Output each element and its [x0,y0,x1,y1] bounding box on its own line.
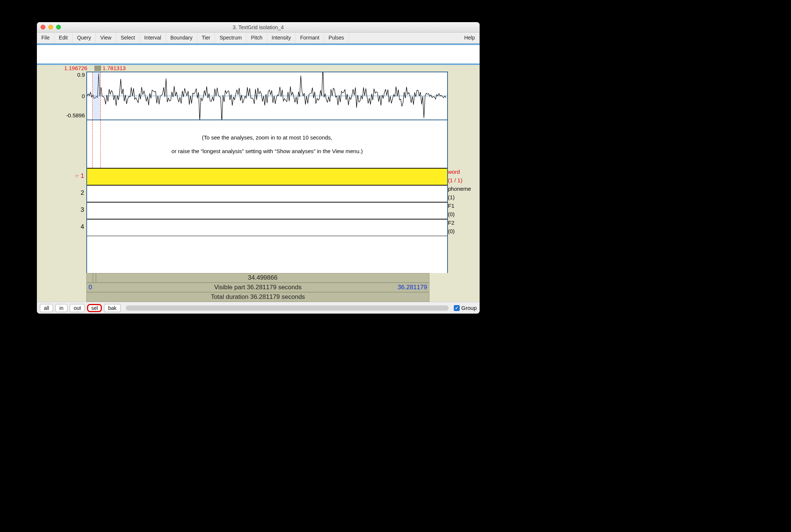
tier4-name: F2 [448,218,477,227]
tier2-name: phoneme [448,184,477,193]
analysis-pane[interactable]: (To see the analyses, zoom in to at most… [87,120,447,168]
tier3-count: (0) [448,210,477,218]
zoom-back-button[interactable]: bak [104,304,121,312]
y-zero-label: 0 [82,93,85,99]
group-checkbox[interactable]: ✓ Group [454,305,477,311]
zoom-all-button[interactable]: all [40,304,53,312]
y-min-label: -0.5896 [66,112,85,118]
tier-labels: word (1 / 1) phoneme (1) F1 (0) F2 (0) [448,72,477,273]
hand-icon: ☞ [75,173,79,179]
zoom-out-button[interactable]: out [70,304,85,312]
work-area: 1.196726 1.781313 0.9 0 -0.5896 ☞ 1 2 3 … [37,65,480,302]
waveform-pane[interactable] [87,72,447,120]
check-icon: ✓ [454,305,460,311]
menu-select[interactable]: Select [116,32,140,43]
tier-2[interactable] [87,185,447,202]
menubar: File Edit Query View Select Interval Bou… [37,32,480,44]
left-axis: 0.9 0 -0.5896 ☞ 1 2 3 4 [39,72,86,273]
tier4-count: (0) [448,227,477,235]
menu-file[interactable]: File [37,32,55,43]
selection-start-label: 1.196726 [64,65,87,71]
play-sel-button[interactable] [93,273,96,283]
menu-formant[interactable]: Formant [296,32,324,43]
menu-query[interactable]: Query [73,32,96,43]
tier-number-4[interactable]: 4 [39,218,86,235]
tier-3[interactable] [87,202,447,219]
menu-tier[interactable]: Tier [197,32,215,43]
footer: all in out sel bak ✓ Group [37,302,480,314]
tier2-count: (1) [448,193,477,201]
visible-start-label: 0 [89,284,92,291]
time-bars: 34.499866 0 Visible part 36.281179 secon… [86,273,429,302]
tier3-name: F1 [448,201,477,210]
analysis-hint-2: or raise the “longest analysis” setting … [172,148,363,154]
menu-pitch[interactable]: Pitch [246,32,267,43]
editor-area[interactable]: (To see the analyses, zoom in to at most… [86,72,448,273]
menu-intensity[interactable]: Intensity [267,32,296,43]
tier-number-2[interactable]: 2 [39,184,86,201]
visible-label: Visible part 36.281179 seconds [214,284,302,291]
cursor-time-labels: 1.196726 1.781313 [39,65,477,72]
titlebar: 3. TextGrid isolation_4 [37,22,480,32]
tier1-count: (1 / 1) [448,176,477,184]
menu-interval[interactable]: Interval [140,32,166,43]
group-label: Group [461,305,477,311]
menu-help[interactable]: Help [460,32,480,43]
zoom-in-button[interactable]: in [55,304,68,312]
window-title: 3. TextGrid isolation_4 [37,24,480,30]
menu-view[interactable]: View [96,32,116,43]
selection-end-label: 1.781313 [103,65,126,71]
play-post-button[interactable]: 34.499866 [96,273,429,283]
y-max-label: 0.9 [77,72,85,78]
scroll-thumb[interactable] [126,305,449,311]
tier-1[interactable] [87,168,447,185]
tier1-name: word [448,167,477,176]
play-total-button[interactable]: Total duration 36.281179 seconds [86,292,429,302]
play-pre-button[interactable] [86,273,93,283]
tier-number-3[interactable]: 3 [39,201,86,218]
tier-4[interactable] [87,219,447,236]
selection-marker[interactable] [94,66,101,71]
analysis-hint-1: (To see the analyses, zoom in to at most… [202,134,332,141]
menu-spectrum[interactable]: Spectrum [215,32,246,43]
menu-edit[interactable]: Edit [55,32,73,43]
visible-end-label: 36.281179 [398,284,427,291]
menu-pulses[interactable]: Pulses [324,32,349,43]
app-window: 3. TextGrid isolation_4 File Edit Query … [37,22,480,314]
zoom-sel-button[interactable]: sel [87,304,102,312]
menu-boundary[interactable]: Boundary [166,32,197,43]
play-visible-button[interactable]: 0 Visible part 36.281179 seconds 36.2811… [86,283,429,292]
tier-number-1[interactable]: ☞ 1 [39,167,86,184]
text-entry-bar[interactable] [37,44,480,65]
horizontal-scrollbar[interactable] [126,305,449,311]
